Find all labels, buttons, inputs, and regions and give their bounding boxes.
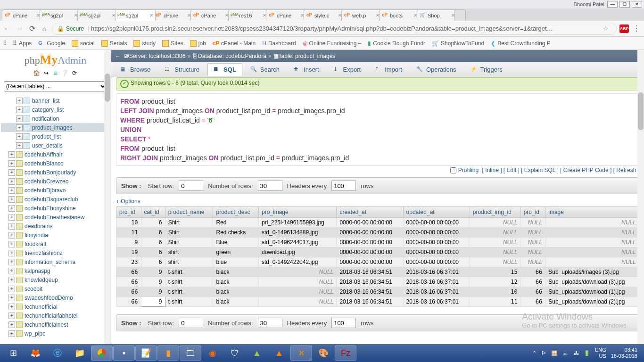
tree-database[interactable]: +codehubBonjourlady [1, 168, 109, 177]
cell[interactable]: NULL [545, 247, 639, 257]
apps-button[interactable]: ⠿ [3, 40, 6, 47]
nav-collapse-icon[interactable]: ← [115, 53, 121, 59]
tree-table[interactable]: +notification [1, 114, 109, 123]
cell[interactable]: Red [213, 218, 259, 228]
bc-database[interactable]: Database: codebizPandora [198, 53, 266, 59]
cell[interactable]: Red checks [213, 228, 259, 238]
nav-home[interactable]: ⌂ [40, 24, 49, 33]
recent-tables[interactable]: (Recent tables) ... [4, 81, 107, 91]
bookmark-item[interactable]: Serials [101, 40, 127, 47]
browser-tab[interactable]: cPcPane✕ [266, 9, 306, 21]
tray-clock[interactable]: 03:4116-03-2018 [611, 347, 637, 359]
options-toggle[interactable]: + Options [116, 198, 639, 205]
cell[interactable]: NULL [470, 218, 520, 228]
tree-database[interactable]: +codehubEbonyshine [1, 204, 109, 213]
browser-tab[interactable]: cPcPane✕ [2, 9, 42, 21]
browser-tab[interactable]: pMAsg2pl✕ [115, 9, 156, 21]
cell[interactable]: 19 [116, 247, 141, 257]
cell[interactable]: NULL [545, 218, 639, 228]
cell[interactable]: NULL [258, 297, 336, 307]
browser-tab[interactable]: pMAsg2pl✕ [77, 9, 118, 21]
cell[interactable]: NULL [520, 257, 545, 267]
cell[interactable]: Sub_uploads/images (3).jpg [545, 267, 639, 277]
cell[interactable]: Sub_uploads/download (2).jpg [545, 297, 639, 307]
browser-tab[interactable]: pMAres16✕ [228, 9, 269, 21]
expand-icon[interactable]: + [8, 232, 15, 239]
address-bar[interactable]: 🔒 Secure | https://sg2plcpnl0175.prod.si… [52, 23, 617, 35]
expand-icon[interactable]: + [16, 115, 23, 122]
cell[interactable]: 0000-00-00 00:00:00 [403, 257, 470, 267]
cell[interactable]: Sub_uploads/download (1).jpg [545, 287, 639, 297]
tree-database[interactable]: +friendzfashionz [1, 248, 109, 257]
cell[interactable]: std_0-1496244017.jpg [258, 238, 336, 247]
cell[interactable]: NULL [545, 228, 639, 238]
expand-icon[interactable]: + [8, 321, 15, 328]
browser-tab[interactable]: cPcPane✕ [190, 9, 231, 21]
bc-server[interactable]: Server: localhost:3306 [129, 53, 185, 59]
expand-icon[interactable]: + [8, 178, 15, 185]
expand-icon[interactable]: + [8, 223, 15, 230]
cell[interactable]: 10 [470, 287, 520, 297]
col-header[interactable]: created_at [337, 207, 403, 218]
tree-database[interactable]: +deadbrains [1, 222, 109, 230]
cell[interactable]: pri_225l-1496155993.jpg [258, 218, 336, 228]
tree-database[interactable]: +codehubEnesthesianew [1, 213, 109, 222]
cell[interactable]: 9 [116, 238, 141, 247]
cell[interactable]: black [213, 297, 259, 307]
start-row-input[interactable] [179, 181, 203, 191]
browser-tab[interactable]: cPstyle.c✕ [304, 9, 344, 21]
tree-database[interactable]: +techunofficialfabhotel [1, 311, 109, 320]
browser-tab[interactable]: cPboots✕ [379, 9, 420, 21]
expand-icon[interactable]: + [8, 277, 15, 283]
cell[interactable]: NULL [520, 247, 545, 257]
tray-action-icon[interactable]: 🪟 [551, 350, 558, 356]
table-row[interactable]: 116ShirtRed checksstd_0-1496134889.jpg00… [116, 228, 639, 238]
expand-icon[interactable]: + [8, 295, 15, 301]
cell[interactable]: 9 [141, 287, 165, 297]
col-header[interactable]: product_img_id [470, 207, 520, 218]
cell[interactable]: NULL [470, 247, 520, 257]
cell[interactable]: 0000-00-00 00:00:00 [403, 218, 470, 228]
tray-up-icon[interactable]: ⌃ [532, 350, 537, 356]
tray-flag-icon[interactable]: 🏳 [541, 350, 546, 356]
profiling-check[interactable] [450, 167, 456, 173]
headers-every-input-b[interactable] [331, 318, 356, 328]
expand-icon[interactable]: + [8, 268, 15, 274]
pma-tab-triggers[interactable]: ⚡Triggers [464, 63, 509, 76]
start-button[interactable]: ⊞ [3, 346, 24, 360]
bookmark-item[interactable]: job [190, 40, 206, 47]
expand-icon[interactable]: + [8, 187, 15, 194]
expand-icon[interactable]: + [8, 214, 15, 221]
cell[interactable]: blue [213, 257, 259, 267]
nav-back[interactable]: ← [3, 24, 12, 33]
cell[interactable]: NULL [258, 277, 336, 287]
cell[interactable]: black [213, 287, 259, 297]
cell[interactable]: shirt [165, 247, 213, 257]
expand-icon[interactable]: + [8, 205, 15, 212]
cell[interactable]: 66 [520, 287, 545, 297]
tree-database[interactable]: +information_schema [1, 257, 109, 266]
pma-tab-browse[interactable]: ▦Browse [114, 63, 157, 76]
window-max[interactable]: ☐ [619, 1, 630, 8]
tree-database[interactable]: +codehubAffhair [1, 150, 109, 159]
start-row-input-b[interactable] [179, 318, 203, 328]
cell[interactable]: 2018-03-16 06:34:51 [337, 267, 403, 277]
cell[interactable]: 11 [116, 228, 141, 238]
expand-icon[interactable]: + [8, 304, 15, 310]
pma-tab-import[interactable]: ⤒Import [369, 63, 408, 76]
cell[interactable]: 0000-00-00 00:00:00 [403, 238, 470, 247]
db-tree[interactable]: +banner_list+category_list+notification+… [0, 95, 111, 340]
cell[interactable]: 0000-00-00 00:00:00 [403, 228, 470, 238]
expand-icon[interactable]: + [8, 169, 15, 176]
cell[interactable]: NULL [545, 238, 639, 247]
edit-link[interactable]: Edit [506, 167, 516, 173]
expand-icon[interactable]: + [8, 151, 15, 158]
col-header[interactable]: product_desc [213, 207, 259, 218]
bookmark-item[interactable]: ❮Best Crowdfunding P [491, 40, 551, 47]
tree-table[interactable]: +banner_list [1, 96, 109, 105]
cell[interactable]: NULL [545, 257, 639, 267]
tree-database[interactable]: +swadeshfoodDemo [1, 293, 109, 302]
table-row[interactable]: 196shirtgreendownload.jpg0000-00-00 00:0… [116, 247, 639, 257]
cell[interactable]: black [213, 277, 259, 287]
tree-database[interactable]: +foodkraft [1, 239, 109, 248]
